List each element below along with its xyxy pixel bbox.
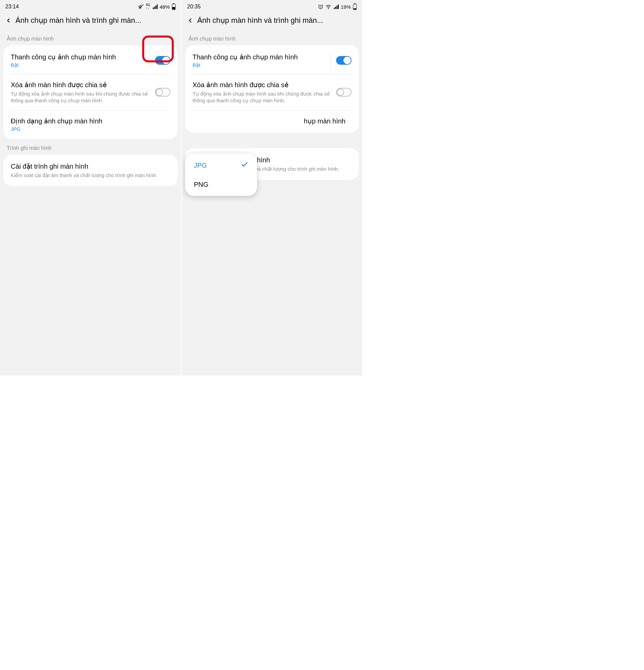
toggle-divider (149, 54, 149, 67)
row-title: Định dạng ảnh chụp màn hình (11, 117, 165, 125)
row-screenshot-toolbar[interactable]: Thanh công cụ ảnh chụp màn hình Bật (3, 46, 178, 74)
check-icon (241, 161, 248, 170)
signal-icon (152, 4, 158, 9)
mute-icon (139, 4, 144, 9)
status-right: 4G↑↓ 48% (139, 3, 176, 10)
toggle-screenshot-toolbar[interactable] (336, 56, 352, 65)
section-screenshot-label: Ảnh chụp màn hình (0, 29, 181, 45)
alarm-icon (318, 4, 323, 9)
svg-rect-7 (354, 3, 356, 4)
row-delete-shared[interactable]: Xóa ảnh màn hình được chia sẻ Tự động xó… (185, 75, 359, 110)
row-description: Kiểm soát cài đặt âm thanh và chất lượng… (11, 172, 165, 179)
toggle-knob (162, 57, 170, 64)
phone-right: 20:35 19% Ảnh chụp màn hình và trình ghi… (181, 0, 362, 376)
row-text: hụp màn hình (193, 117, 352, 125)
row-title: Xóa ảnh màn hình được chia sẻ (193, 80, 330, 89)
row-subtitle: Bật (11, 62, 143, 68)
battery-percent: 19% (341, 4, 351, 10)
row-description: Tự động xóa ảnh chụp màn hình sau khi ch… (11, 91, 149, 104)
toggle-knob (156, 89, 163, 96)
toggle-knob (337, 89, 344, 96)
status-time: 23:14 (5, 4, 19, 10)
status-bar: 20:35 19% (182, 0, 362, 13)
svg-rect-3 (172, 7, 175, 9)
row-subtitle: Bật (193, 62, 324, 68)
toggle-delete-shared[interactable] (336, 88, 352, 97)
screenshot-settings-card: Thanh công cụ ảnh chụp màn hình Bật Xóa … (185, 45, 359, 133)
battery-icon (353, 3, 357, 10)
row-screenshot-format[interactable]: hụp màn hình (185, 111, 359, 132)
recorder-settings-card: Cài đặt trình ghi màn hình Kiểm soát cài… (3, 155, 178, 186)
svg-rect-8 (354, 9, 356, 9)
signal-icon (333, 4, 339, 9)
row-text: Thanh công cụ ảnh chụp màn hình Bật (193, 53, 330, 68)
format-popup: JPG PNG (185, 153, 257, 196)
row-text: Định dạng ảnh chụp màn hình JPG (11, 117, 170, 132)
svg-point-5 (328, 9, 328, 9)
row-title: Cài đặt trình ghi màn hình (11, 162, 165, 171)
row-screenshot-format[interactable]: Định dạng ảnh chụp màn hình JPG (3, 111, 178, 138)
row-title: Xóa ảnh màn hình được chia sẻ (11, 80, 149, 89)
back-icon[interactable] (186, 17, 194, 24)
popup-option-png[interactable]: PNG (185, 175, 257, 194)
screenshot-settings-card: Thanh công cụ ảnh chụp màn hình Bật Xóa … (3, 45, 178, 139)
page-header: Ảnh chụp màn hình và trình ghi màn... (182, 13, 362, 29)
popup-option-label: JPG (194, 162, 207, 169)
toggle-screenshot-toolbar[interactable] (155, 56, 170, 65)
row-text: Xóa ảnh màn hình được chia sẻ Tự động xó… (193, 80, 336, 104)
battery-icon (172, 3, 176, 10)
page-title: Ảnh chụp màn hình và trình ghi màn... (197, 16, 357, 25)
row-delete-shared[interactable]: Xóa ảnh màn hình được chia sẻ Tự động xó… (3, 75, 178, 110)
row-description: Tự động xóa ảnh chụp màn hình sau khi ch… (193, 91, 330, 104)
status-bar: 23:14 4G↑↓ 48% (0, 0, 181, 13)
section-screenshot-label: Ảnh chụp màn hình (182, 29, 362, 45)
toggle-divider (330, 54, 331, 67)
popup-option-jpg[interactable]: JPG (185, 156, 257, 175)
row-title: Thanh công cụ ảnh chụp màn hình (193, 53, 324, 62)
row-text: Xóa ảnh màn hình được chia sẻ Tự động xó… (11, 80, 155, 104)
row-recorder-settings[interactable]: Cài đặt trình ghi màn hình Kiểm soát cài… (3, 156, 178, 185)
row-subtitle: JPG (11, 126, 165, 132)
row-title-partial: hụp màn hình (193, 117, 345, 125)
toggle-knob (343, 57, 351, 64)
network-4g-icon: 4G↑↓ (146, 3, 150, 10)
toggle-delete-shared[interactable] (155, 88, 170, 97)
phone-left: 23:14 4G↑↓ 48% Ảnh chụp màn hình và trìn… (0, 0, 181, 376)
wifi-icon (325, 4, 331, 9)
status-right: 19% (318, 3, 357, 10)
row-text: Thanh công cụ ảnh chụp màn hình Bật (11, 53, 149, 68)
row-text: Cài đặt trình ghi màn hình Kiểm soát cài… (11, 162, 170, 179)
svg-rect-2 (173, 3, 174, 4)
back-icon[interactable] (5, 17, 12, 24)
status-time: 20:35 (187, 4, 200, 10)
popup-option-label: PNG (194, 181, 208, 188)
row-title: Thanh công cụ ảnh chụp màn hình (11, 53, 143, 62)
page-header: Ảnh chụp màn hình và trình ghi màn... (0, 13, 181, 29)
section-recorder-label: Trình ghi màn hình (0, 139, 181, 155)
row-screenshot-toolbar[interactable]: Thanh công cụ ảnh chụp màn hình Bật (185, 46, 359, 74)
battery-percent: 48% (160, 4, 170, 10)
page-title: Ảnh chụp màn hình và trình ghi màn... (15, 16, 176, 25)
